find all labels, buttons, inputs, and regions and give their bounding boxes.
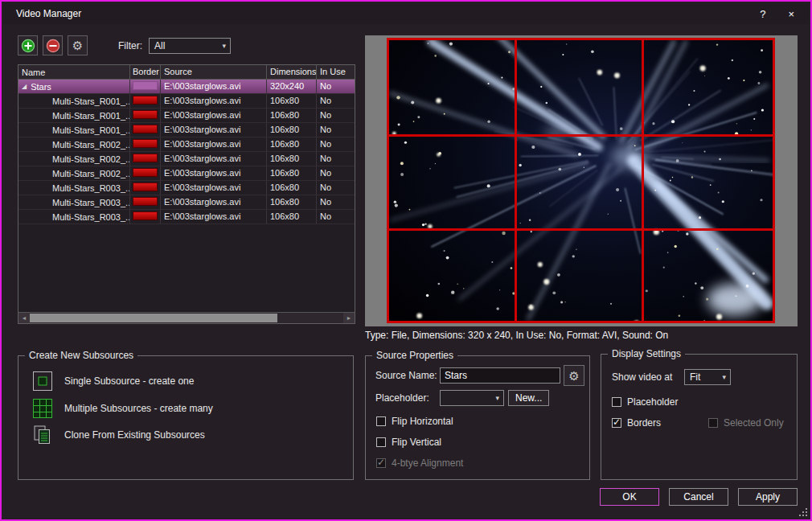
checkbox-label: Placeholder [627, 396, 678, 408]
row-border-cell [130, 109, 161, 122]
row-inuse-cell: No [317, 80, 355, 93]
video-preview-area [365, 35, 798, 326]
column-header-inuse[interactable]: In Use [317, 65, 355, 79]
display-settings-group: Display Settings Show video at Fit ▾ Pla… [601, 354, 798, 480]
byte-alignment-checkbox: 4-btye Alignment [376, 457, 463, 469]
table-row[interactable]: ◢StarsE:\003starglows.avi320x240No [18, 80, 355, 94]
video-manager-dialog: Video Manager ? × ⚙ Filter: All ▾ [0, 0, 812, 521]
checkbox-icon [612, 418, 621, 428]
placeholder-checkbox[interactable]: Placeholder [612, 396, 678, 408]
table-row[interactable]: Multi-Stars_R002_...E:\003starglows.avi1… [18, 166, 355, 181]
row-name-cell: Multi-Stars_R001_... [18, 123, 130, 137]
row-dimensions-cell: 106x80 [267, 210, 317, 224]
row-inuse-cell: No [317, 152, 355, 166]
clone-subsources-icon [32, 425, 53, 445]
source-name-input[interactable] [440, 367, 560, 384]
table-row[interactable]: Multi-Stars_R001_...E:\003starglows.avi1… [18, 123, 355, 137]
create-new-subsources-group: Create New Subsources Single Subsource -… [18, 355, 354, 480]
border-color-swatch [133, 110, 158, 119]
remove-source-button[interactable] [43, 35, 63, 55]
single-subsource-item[interactable]: Single Subsource - create one [32, 371, 194, 392]
flip-vertical-checkbox[interactable]: Flip Vertical [376, 437, 441, 448]
row-border-cell [130, 210, 161, 224]
row-border-cell [130, 195, 161, 209]
checkbox-label: Borders [627, 417, 661, 429]
multiple-subsources-item[interactable]: Multiple Subsources - create many [32, 398, 213, 419]
border-color-swatch [133, 96, 158, 105]
row-name: Multi-Stars_R001_... [52, 125, 130, 135]
column-header-source[interactable]: Source [161, 65, 267, 79]
row-source-cell: E:\003starglows.avi [161, 210, 267, 224]
border-color-swatch [133, 154, 158, 162]
row-name: Multi-Stars_R002_... [52, 140, 130, 150]
filter-value: All [154, 40, 165, 51]
row-dimensions-cell: 106x80 [267, 195, 317, 209]
flip-horizontal-checkbox[interactable]: Flip Horizontal [376, 416, 453, 427]
resize-grip[interactable] [798, 508, 807, 517]
scrollbar-track[interactable] [30, 313, 343, 323]
table-row[interactable]: Multi-Stars_R002_...E:\003starglows.avi1… [18, 152, 355, 166]
new-placeholder-button[interactable]: New... [508, 390, 549, 406]
row-name-cell: Multi-Stars_R001_... [18, 109, 130, 122]
table-row[interactable]: Multi-Stars_R001_...E:\003starglows.avi1… [18, 109, 355, 123]
border-color-swatch [133, 125, 158, 133]
row-dimensions-cell: 106x80 [267, 181, 317, 195]
column-header-border[interactable]: Border [130, 65, 161, 79]
border-color-swatch [133, 197, 158, 206]
subsource-table: Name Border Source Dimensions In Use ◢St… [18, 64, 355, 324]
horizontal-scrollbar[interactable]: ◄ ► [18, 312, 355, 323]
checkbox-icon [376, 437, 386, 447]
column-header-dimensions[interactable]: Dimensions [267, 65, 317, 79]
group-title: Create New Subsources [25, 350, 137, 361]
table-row[interactable]: Multi-Stars_R003_...E:\003starglows.avi1… [18, 181, 355, 195]
row-name-cell: Multi-Stars_R002_... [18, 166, 130, 180]
scrollbar-thumb[interactable] [30, 314, 277, 322]
multiple-subsources-icon [32, 398, 53, 419]
add-icon [21, 39, 35, 53]
table-row[interactable]: Multi-Stars_R003_...E:\003starglows.avi1… [18, 195, 355, 210]
clone-subsources-item[interactable]: Clone From Existing Subsources [32, 425, 205, 445]
filter-dropdown[interactable]: All ▾ [149, 38, 231, 54]
ok-button[interactable]: OK [600, 488, 659, 506]
help-button[interactable]: ? [757, 8, 769, 20]
table-row[interactable]: Multi-Stars_R002_...E:\003starglows.avi1… [18, 137, 355, 152]
source-settings-button[interactable]: ⚙ [564, 365, 584, 386]
settings-button[interactable]: ⚙ [68, 35, 88, 55]
video-preview[interactable] [387, 38, 775, 323]
apply-button[interactable]: Apply [738, 488, 798, 506]
cancel-button[interactable]: Cancel [669, 488, 728, 506]
row-name-cell: Multi-Stars_R003_... [18, 195, 130, 209]
subsource-table-body: ◢StarsE:\003starglows.avi320x240NoMulti-… [18, 80, 355, 312]
row-name: Multi-Stars_R001_... [52, 96, 130, 106]
table-row[interactable]: Multi-Stars_R003_...E:\003starglows.avi1… [18, 210, 355, 224]
scroll-right-icon[interactable]: ► [343, 313, 355, 323]
borders-checkbox[interactable]: Borders [612, 417, 661, 429]
title-bar[interactable]: Video Manager ? × [3, 3, 809, 24]
column-header-name[interactable]: Name [18, 65, 130, 79]
row-name: Multi-Stars_R002_... [52, 169, 130, 178]
source-name-row: Source Name: [375, 367, 560, 384]
selected-only-checkbox: Selected Only [708, 417, 784, 429]
group-title: Display Settings [608, 348, 685, 359]
checkbox-icon [708, 418, 718, 428]
close-button[interactable]: × [785, 8, 798, 20]
row-inuse-cell: No [317, 166, 355, 180]
add-source-button[interactable] [18, 35, 38, 55]
placeholder-dropdown[interactable]: ▾ [440, 390, 504, 406]
row-dimensions-cell: 106x80 [267, 123, 317, 137]
row-border-cell [130, 181, 161, 195]
checkbox-label: Flip Horizontal [392, 416, 453, 427]
show-video-label: Show video at [612, 371, 684, 383]
window-title: Video Manager [16, 8, 81, 19]
grid-line-horizontal [389, 228, 773, 231]
show-video-dropdown[interactable]: Fit ▾ [684, 369, 731, 385]
gear-icon: ⚙ [72, 39, 83, 51]
checkbox-icon [376, 416, 386, 426]
scroll-left-icon[interactable]: ◄ [18, 313, 30, 323]
table-row[interactable]: Multi-Stars_R001_...E:\003starglows.avi1… [18, 94, 355, 109]
subsource-grid-overlay[interactable] [387, 38, 775, 323]
item-label: Multiple Subsources - create many [64, 403, 213, 414]
row-source-cell: E:\003starglows.avi [161, 181, 267, 195]
tree-expand-icon[interactable]: ◢ [22, 83, 27, 90]
row-source-cell: E:\003starglows.avi [161, 137, 267, 151]
